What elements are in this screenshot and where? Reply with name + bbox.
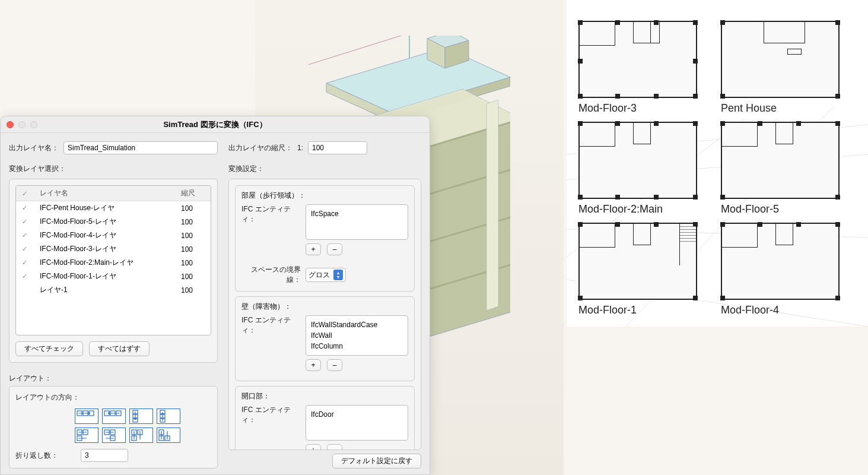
entity-item[interactable]: IfcSpace <box>311 208 403 219</box>
layer-select-label: 変換レイヤ選択： <box>9 164 218 174</box>
convert-ifc-dialog: SimTread 図形に変換（IFC） 出力レイヤ名： 変換レイヤ選択： ✓ レ… <box>0 116 430 475</box>
plan-mod-floor-3 <box>578 21 697 98</box>
layout-dir-option-6[interactable] <box>102 428 126 443</box>
dialog-title: SimTread 図形に変換（IFC） <box>8 119 422 130</box>
plan-mod-floor-4 <box>721 223 840 300</box>
layout-dir-option-1[interactable] <box>75 408 98 424</box>
layout-dir-option-5[interactable] <box>75 428 98 443</box>
layer-table[interactable]: ✓ レイヤ名 縮尺 ✓ IFC-Pent House-レイヤ 100✓ IFC-… <box>15 185 211 335</box>
plan-label: Mod-Floor-5 <box>721 203 779 216</box>
scale-input[interactable] <box>308 141 367 154</box>
layer-check[interactable]: ✓ <box>16 229 34 242</box>
output-layer-input[interactable] <box>63 141 218 154</box>
opening-entity-label: IFC エンティティ： <box>241 405 301 425</box>
layer-scale: 100 <box>175 215 211 229</box>
opening-add-button[interactable]: + <box>306 444 321 450</box>
default-settings-button[interactable]: デフォルト設定に戻す <box>332 454 421 468</box>
wall-add-button[interactable]: + <box>306 359 321 371</box>
layer-scale: 100 <box>175 256 211 270</box>
layer-row[interactable]: ✓ IFC-Mod-Floor-2:Main-レイヤ 100 <box>16 256 211 270</box>
plan-mod-floor-1 <box>578 223 697 300</box>
boundary-select[interactable]: グロス ▲▼ <box>306 268 346 282</box>
layer-row[interactable]: レイヤ-1 100 <box>16 283 211 297</box>
room-remove-button[interactable]: – <box>327 243 342 255</box>
settings-label: 変換設定： <box>228 164 421 174</box>
layout-dir-option-4[interactable] <box>157 408 180 424</box>
minimize-icon[interactable] <box>18 121 26 128</box>
room-entity-label: IFC エンティティ： <box>241 204 301 224</box>
layer-name: IFC-Mod-Floor-2:Main-レイヤ <box>34 256 175 270</box>
layout-dir-option-8[interactable] <box>157 428 180 443</box>
layer-scale: 100 <box>175 242 211 256</box>
wrap-input[interactable] <box>81 449 128 462</box>
boundary-value: グロス <box>309 270 330 280</box>
opening-remove-button[interactable]: – <box>327 444 342 450</box>
layer-scale: 100 <box>175 229 211 242</box>
maximize-icon[interactable] <box>30 121 37 128</box>
layer-row[interactable]: ✓ IFC-Mod-Floor-1-レイヤ 100 <box>16 270 211 283</box>
layer-check[interactable]: ✓ <box>16 270 34 283</box>
layout-dir-option-3[interactable] <box>129 408 153 424</box>
layer-row[interactable]: ✓ IFC-Mod-Floor-4-レイヤ 100 <box>16 229 211 242</box>
layer-name: IFC-Mod-Floor-3-レイヤ <box>34 242 175 256</box>
layer-check[interactable]: ✓ <box>16 215 34 229</box>
layer-check[interactable] <box>16 283 34 297</box>
layer-check[interactable]: ✓ <box>16 201 34 216</box>
plan-mod-floor-5 <box>721 122 840 199</box>
wrap-label: 折り返し数： <box>15 451 58 461</box>
layer-row[interactable]: ✓ IFC-Mod-Floor-3-レイヤ 100 <box>16 242 211 256</box>
boundary-label: スペースの境界線： <box>241 265 301 285</box>
close-icon[interactable] <box>7 121 14 128</box>
plan-pent-house <box>721 21 840 98</box>
layer-check[interactable]: ✓ <box>16 242 34 256</box>
layer-name: IFC-Mod-Floor-1-レイヤ <box>34 270 175 283</box>
wall-remove-button[interactable]: – <box>327 359 342 371</box>
wall-entity-label: IFC エンティティ： <box>241 315 301 335</box>
layer-name: IFC-Pent House-レイヤ <box>34 201 175 216</box>
wall-fieldset: 壁（障害物）： IFC エンティティ： IfcWallStandardCase … <box>235 296 415 381</box>
layer-scale: 100 <box>175 201 211 216</box>
plan-label: Pent House <box>721 102 777 115</box>
plan-label: Mod-Floor-4 <box>721 304 779 316</box>
layout-dir-label: レイアウトの方向： <box>15 392 80 403</box>
floor-plans-panel: Mod-Floor-3 Pent House Mod-Floor-2:Main … <box>567 0 868 327</box>
layer-check[interactable]: ✓ <box>16 256 34 270</box>
layer-name: IFC-Mod-Floor-5-レイヤ <box>34 215 175 229</box>
entity-item[interactable]: IfcColumn <box>311 341 403 352</box>
layer-row[interactable]: ✓ IFC-Mod-Floor-5-レイヤ 100 <box>16 215 211 229</box>
titlebar[interactable]: SimTread 図形に変換（IFC） <box>1 116 430 133</box>
layer-row[interactable]: ✓ IFC-Pent House-レイヤ 100 <box>16 201 211 216</box>
layer-name: IFC-Mod-Floor-4-レイヤ <box>34 229 175 242</box>
room-fieldset: 部屋（歩行領域）： IFC エンティティ： IfcSpace + – スペースの… <box>235 185 415 292</box>
plan-label: Mod-Floor-1 <box>578 304 637 316</box>
check-all-button[interactable]: すべてチェック <box>15 341 83 356</box>
plan-label: Mod-Floor-3 <box>578 102 637 115</box>
opening-fieldset: 開口部： IFC エンティティ： IfcDoor + – 開口部の条件設定... <box>235 386 415 450</box>
entity-item[interactable]: IfcDoor <box>311 409 403 420</box>
svg-marker-21 <box>487 100 498 311</box>
layout-dir-option-7[interactable] <box>129 428 153 443</box>
col-scale-header[interactable]: 縮尺 <box>175 186 211 201</box>
room-title: 部屋（歩行領域）： <box>241 191 408 201</box>
room-add-button[interactable]: + <box>306 243 321 255</box>
layout-label: レイアウト： <box>9 373 218 384</box>
layer-scale: 100 <box>175 270 211 283</box>
scale-label: 出力レイヤの縮尺： <box>228 143 292 153</box>
layer-name: レイヤ-1 <box>34 283 175 297</box>
layer-scale: 100 <box>175 283 211 297</box>
opening-entity-list[interactable]: IfcDoor <box>306 405 408 441</box>
output-layer-label: 出力レイヤ名： <box>9 143 59 153</box>
select-arrows-icon: ▲▼ <box>333 270 343 280</box>
uncheck-all-button[interactable]: すべてはずす <box>89 341 150 356</box>
col-name-header[interactable]: レイヤ名 <box>34 186 175 201</box>
entity-item[interactable]: IfcWallStandardCase <box>311 319 403 330</box>
plan-label: Mod-Floor-2:Main <box>578 203 663 216</box>
wall-entity-list[interactable]: IfcWallStandardCase IfcWall IfcColumn <box>306 315 408 356</box>
entity-item[interactable]: IfcWall <box>311 330 403 341</box>
wall-title: 壁（障害物）： <box>241 302 408 312</box>
scale-prefix: 1: <box>297 144 303 152</box>
plan-mod-floor-2 <box>578 122 697 199</box>
layout-dir-option-2[interactable] <box>102 408 126 424</box>
room-entity-list[interactable]: IfcSpace <box>306 204 408 240</box>
opening-title: 開口部： <box>241 391 408 401</box>
